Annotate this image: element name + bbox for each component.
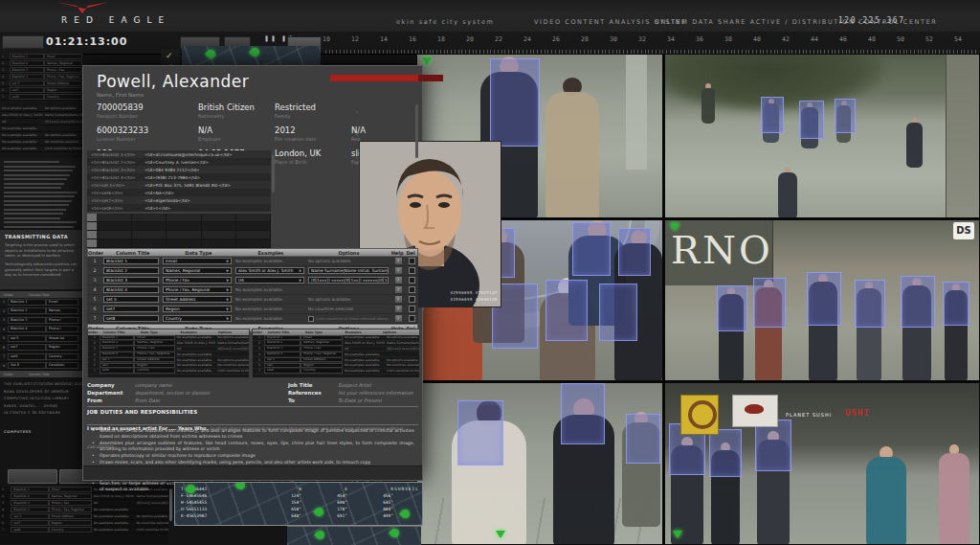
edit-pencil-icon[interactable]: ✎ [356, 110, 359, 115]
surveil-row: H-54545455154°698°645° [181, 499, 416, 506]
mini-options: Name Surname|Name Initial. Surname [385, 341, 419, 345]
mini-order: 2 [88, 341, 100, 345]
bottom-table-scrollbar[interactable] [169, 488, 172, 521]
title-input[interactable]: set 5 [103, 296, 159, 303]
delete-checkbox[interactable] [409, 306, 415, 312]
mini-header-cell: Order [88, 329, 98, 335]
options-input[interactable]: Name Surname|Name Initial. Surname [308, 267, 389, 274]
timeline-ruler[interactable]: 1012141618202224262830323436384042444648… [325, 44, 976, 54]
surveil-row: K-45653987648°691°499° [181, 512, 416, 519]
kv-value: <td>084 9384 2112</td> [145, 168, 199, 172]
delete-checkbox[interactable] [409, 267, 415, 274]
field-value: 2012 [275, 125, 316, 135]
face-detection-box [572, 222, 611, 276]
number-grid-cell [98, 222, 132, 230]
sidebar-cell: (0[1xxx]) xxxxx|(0[1xx]) xxxxxx|(0[1x]) … [134, 501, 168, 505]
row-del-cell [405, 258, 418, 264]
type-dropdown[interactable]: Street Address [163, 296, 232, 303]
type-dropdown[interactable]: Country [163, 315, 232, 322]
help-button[interactable]: ? [394, 305, 403, 313]
sidebar-cell: Name Surname|Name Initial. Surname [43, 113, 82, 117]
sidebar-row: 2Blacklist 2Names, Regional [0, 60, 82, 67]
title-input[interactable]: Blacklist 3 [103, 277, 159, 284]
kv-row: <tn>set 5</tn><td>P.O. Box 375, 5481 Bla… [87, 181, 271, 189]
check-icon-1[interactable]: ✓ [166, 51, 173, 60]
mini-map-bottom[interactable] [287, 526, 421, 545]
examples-dropdown[interactable]: UK [235, 277, 304, 284]
delete-checkbox[interactable] [409, 277, 415, 284]
paragraph-blur-line [4, 226, 74, 228]
title-input[interactable]: set7 [103, 306, 159, 312]
order-table-row: 4Blacklist 4Phone / [0, 326, 82, 335]
mini-title: Blacklist 1 [100, 335, 135, 340]
caps-text-line: IN CONTEX C 30 SOFTWARE [4, 410, 82, 418]
type-dropdown[interactable]: Phone / Fax, Regional [163, 286, 232, 293]
kv-key: <tn>set7</tn> [87, 198, 145, 203]
company-label: Company [87, 382, 115, 388]
map-pin-icon[interactable] [314, 529, 326, 541]
title-input[interactable]: set8 [103, 315, 159, 322]
examples-dropdown[interactable]: Alex Smith or Alex J. Smith [235, 267, 304, 274]
mini-title: set8 [264, 369, 301, 374]
row-help-cell: ? [391, 285, 405, 294]
help-button[interactable]: ? [394, 314, 403, 323]
table-row: 2Blacklist 2Names, RegionalAlex Smith or… [87, 266, 418, 276]
map-pin-icon[interactable] [249, 46, 261, 58]
row-type-cell: Phone / Fax [162, 277, 234, 284]
surveil-b: E [301, 487, 347, 491]
camera-feed-cam-6[interactable]: PLANET SUSHIUSHI [664, 382, 980, 545]
title-input[interactable]: Blacklist 2 [103, 267, 159, 274]
type-dropdown[interactable]: Region [163, 306, 232, 312]
map-pin-icon[interactable] [389, 527, 401, 539]
field-label: License Number [97, 136, 148, 142]
timeline-mode-button[interactable] [2, 35, 44, 49]
mini-options: Name Surname|Name Initial. Surname [215, 341, 249, 345]
delete-checkbox[interactable] [409, 296, 415, 303]
mini-title: Blacklist 2 [100, 341, 135, 346]
mini-order: 5 [88, 358, 100, 362]
kv-key: <tn>set8</tn> [87, 206, 145, 211]
surveil-row: U-56551133658°178°884° [181, 506, 416, 512]
help-button[interactable]: ? [394, 276, 403, 284]
options-input[interactable]: (0[1xxx]) xxxxx|(0[1xx]) xxxxxx|(0[1x]) … [308, 277, 389, 284]
type-dropdown[interactable]: Email [163, 258, 232, 264]
face-detection-box [807, 272, 841, 326]
sidebar-cell: set 5 [11, 513, 48, 519]
delete-checkbox[interactable] [409, 315, 415, 322]
help-button[interactable]: ? [394, 266, 403, 275]
camera-feed-cam-4[interactable]: RNODS [664, 219, 980, 381]
mini-order: 2 [253, 341, 264, 345]
row-del-cell [405, 296, 418, 303]
type-dropdown[interactable]: Phone / Fax [163, 277, 232, 284]
surveil-row: T-46566441WER [181, 486, 416, 492]
app-root: RED EAGLE ekin safe city system VIDEO CO… [0, 0, 980, 545]
camera-feed-cam-5[interactable] [416, 382, 663, 545]
kv-scrollbar[interactable] [272, 154, 275, 193]
ruler-tick-34: 34 [667, 35, 675, 43]
order-table-header: OrderColumn Title [0, 291, 82, 298]
duty-bullet: •Assembles plus arranges outlines of fea… [89, 441, 414, 451]
map-pin-icon[interactable] [205, 48, 217, 60]
title-input[interactable]: Blacklist 4 [103, 286, 159, 293]
paragraph-blur-line [4, 178, 67, 180]
mini-options: (0[1xxx]) xxxxx|(0[1xx]) xxxxxx|(0[1x]) … [385, 347, 419, 351]
profile-number-grid [87, 214, 271, 244]
card-scrollbar[interactable] [415, 104, 418, 158]
options-checkbox[interactable] [308, 316, 314, 322]
camera-feed-cam-2[interactable] [664, 54, 980, 218]
company-label: Department [87, 390, 122, 396]
type-dropdown[interactable]: Names, Regional [163, 267, 232, 274]
title-input[interactable]: Blacklist 1 [103, 258, 159, 264]
help-button[interactable]: ? [394, 295, 403, 304]
order-type: Country [46, 353, 78, 360]
bottom-tab-1[interactable] [8, 469, 57, 484]
help-button[interactable]: ? [394, 257, 403, 265]
surveil-map-panel[interactable]: T-46566441WERF-54645646124°454°456°H-545… [174, 482, 423, 526]
mini-type: Street Address [134, 357, 175, 362]
delete-checkbox[interactable] [409, 286, 415, 293]
sidebar-cell: 4 [0, 508, 11, 511]
help-button[interactable]: ? [394, 285, 403, 294]
sidebar-cell: Name Surname|Name Initial. Surname [134, 494, 168, 498]
edit-pencil-icon[interactable]: ✎ [356, 133, 359, 138]
delete-checkbox[interactable] [409, 258, 415, 264]
